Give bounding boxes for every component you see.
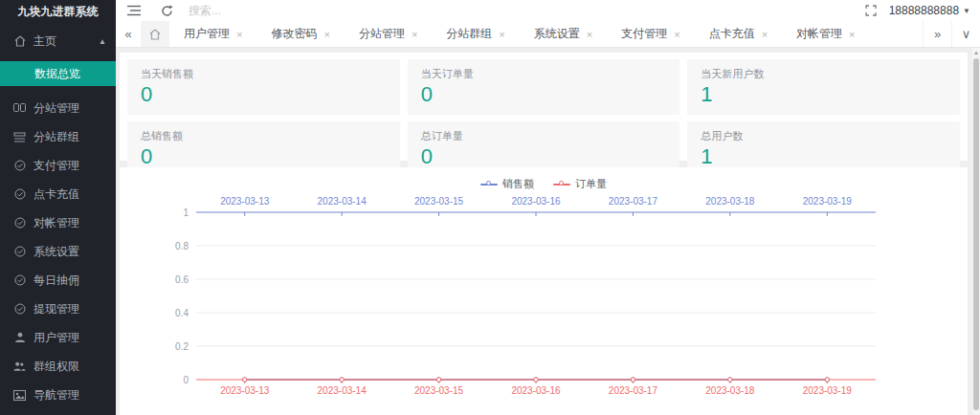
tab-分站管理[interactable]: 分站管理× — [345, 21, 432, 47]
tabbar: « 用户管理×修改密码×分站管理×分站群组×系统设置×支付管理×点卡充值×对帐管… — [116, 21, 980, 48]
sidebar-item-label: 分站群组 — [33, 129, 79, 145]
sidebar-item-权限模块[interactable]: 权限模块 — [0, 409, 116, 415]
x-tick-label-top: 2023-03-18 — [705, 196, 755, 207]
sidebar-item-label: 主页 — [33, 33, 56, 50]
data-point-订单量 — [631, 378, 635, 382]
sidebar-item-分站管理[interactable]: 分站管理 — [0, 94, 116, 122]
sidebar-item-点卡充值[interactable]: 点卡充值 — [0, 180, 116, 208]
tab-支付管理[interactable]: 支付管理× — [607, 21, 694, 47]
tab-label: 分站群组 — [446, 26, 492, 42]
tab-label: 分站管理 — [359, 26, 405, 42]
check-circle-icon — [13, 246, 26, 258]
hamburger-icon[interactable] — [122, 0, 146, 21]
sidebar-item-label: 提现管理 — [33, 301, 79, 317]
sidebar-item-支付管理[interactable]: 支付管理 — [0, 151, 116, 180]
legend-item-订单量[interactable]: 订单量 — [553, 177, 607, 191]
tab-close-icon[interactable]: × — [323, 29, 329, 40]
check-circle-icon — [13, 160, 26, 172]
refresh-icon[interactable] — [154, 0, 179, 21]
tab-close-icon[interactable]: × — [674, 29, 679, 40]
x-tick-label-bottom: 2023-03-16 — [511, 385, 561, 396]
scrollbar[interactable]: ▲ — [972, 48, 980, 415]
sidebar-item-导航管理[interactable]: 导航管理 — [0, 381, 116, 409]
sidebar-subitem-数据总览[interactable]: 数据总览 — [0, 61, 116, 86]
tabs-scroll-right-icon[interactable]: » — [923, 21, 951, 47]
tab-修改密码[interactable]: 修改密码× — [256, 21, 344, 47]
sidebar-item-label: 对帐管理 — [33, 215, 79, 231]
sidebar-item-用户管理[interactable]: 用户管理 — [0, 323, 116, 352]
tab-label: 修改密码 — [271, 26, 317, 42]
image-icon — [13, 389, 26, 402]
stat-label: 当天新用户数 — [701, 67, 947, 81]
x-tick-label-top: 2023-03-13 — [220, 196, 270, 207]
stat-value: 0 — [141, 144, 387, 169]
layers-icon — [13, 131, 26, 143]
tab-close-icon[interactable]: × — [762, 29, 768, 40]
tab-label: 对帐管理 — [796, 26, 842, 42]
tab-label: 用户管理 — [184, 26, 230, 42]
stats-panel: 当天销售额0当天订单量0当天新用户数1总销售额0总订单量0总用户数1 — [120, 53, 968, 161]
stat-value: 1 — [701, 144, 947, 169]
x-tick-label-bottom: 2023-03-14 — [318, 385, 368, 396]
search-input[interactable] — [189, 4, 313, 17]
tabs-scroll-left-icon[interactable]: « — [116, 21, 141, 47]
y-tick-label: 0.4 — [175, 308, 189, 318]
account-dropdown[interactable]: 18888888888 ▼ — [889, 4, 970, 17]
check-circle-icon — [13, 274, 26, 287]
tabs-menu-icon[interactable]: ∨ — [951, 21, 980, 47]
home-tab[interactable] — [141, 21, 169, 47]
sidebar-item-对帐管理[interactable]: 对帐管理 — [0, 208, 116, 237]
stat-label: 总订单量 — [421, 129, 667, 143]
data-point-订单量 — [534, 378, 538, 382]
sidebar-item-系统设置[interactable]: 系统设置 — [0, 237, 116, 266]
tab-close-icon[interactable]: × — [412, 29, 417, 40]
sidebar-item-label: 支付管理 — [33, 158, 79, 174]
sidebar-item-主页[interactable]: 主页▲ — [0, 27, 116, 55]
x-tick-label-top: 2023-03-16 — [511, 196, 561, 207]
stat-value: 0 — [421, 82, 667, 107]
data-point-订单量 — [825, 378, 829, 382]
open-tabs: 用户管理×修改密码×分站管理×分站群组×系统设置×支付管理×点卡充值×对帐管理× — [169, 21, 923, 47]
fullscreen-icon[interactable] — [858, 0, 883, 21]
x-tick-label-bottom: 2023-03-13 — [220, 385, 270, 396]
check-circle-icon — [13, 303, 26, 316]
y-tick-label: 1 — [183, 208, 189, 218]
tab-点卡充值[interactable]: 点卡充值× — [695, 21, 782, 47]
sidebar-item-提现管理[interactable]: 提现管理 — [0, 295, 116, 323]
legend-item-销售额[interactable]: 销售额 — [480, 177, 534, 191]
x-tick-label-top: 2023-03-19 — [803, 196, 853, 207]
chart-panel: 销售额订单量 00.20.40.60.812023-03-132023-03-1… — [120, 167, 968, 415]
sidebar: 九块九进群系统 主页▲数据总览分站管理分站群组支付管理点卡充值对帐管理系统设置每… — [0, 0, 116, 415]
legend-label: 订单量 — [575, 177, 607, 191]
stats-grid: 当天销售额0当天订单量0当天新用户数1总销售额0总订单量0总用户数1 — [127, 59, 960, 154]
legend-label: 销售额 — [502, 177, 534, 191]
legend-marker-icon — [480, 184, 498, 186]
tabbar-right: » ∨ — [923, 21, 980, 47]
stat-label: 总销售额 — [141, 129, 387, 143]
scrollbar-thumb[interactable] — [973, 58, 979, 410]
data-point-订单量 — [340, 378, 344, 382]
x-tick-label-top: 2023-03-15 — [414, 196, 464, 207]
tab-close-icon[interactable]: × — [587, 29, 592, 40]
scrollbar-up-icon[interactable]: ▲ — [972, 49, 980, 56]
tab-分站群组[interactable]: 分站群组× — [432, 21, 519, 47]
tab-close-icon[interactable]: × — [236, 29, 242, 40]
sidebar-item-群组权限[interactable]: 群组权限 — [0, 352, 116, 381]
y-tick-label: 0.6 — [175, 274, 189, 285]
home-icon — [149, 29, 161, 40]
x-tick-label-bottom: 2023-03-17 — [609, 385, 658, 396]
tab-close-icon[interactable]: × — [499, 29, 504, 40]
stat-label: 当天销售额 — [141, 67, 387, 81]
tab-对帐管理[interactable]: 对帐管理× — [782, 21, 869, 47]
sidebar-menu: 主页▲数据总览分站管理分站群组支付管理点卡充值对帐管理系统设置每日抽佣提现管理用… — [0, 27, 116, 415]
sidebar-item-每日抽佣[interactable]: 每日抽佣 — [0, 266, 116, 295]
tab-系统设置[interactable]: 系统设置× — [520, 21, 607, 47]
sidebar-item-label: 用户管理 — [33, 330, 79, 346]
x-tick-label-bottom: 2023-03-19 — [803, 385, 853, 396]
sidebar-item-分站群组[interactable]: 分站群组 — [0, 122, 116, 151]
caret-down-icon: ▼ — [963, 7, 970, 15]
tab-用户管理[interactable]: 用户管理× — [169, 21, 256, 47]
x-tick-label-bottom: 2023-03-18 — [705, 385, 755, 396]
sidebar-item-label: 点卡充值 — [33, 186, 79, 203]
tab-close-icon[interactable]: × — [849, 29, 855, 40]
